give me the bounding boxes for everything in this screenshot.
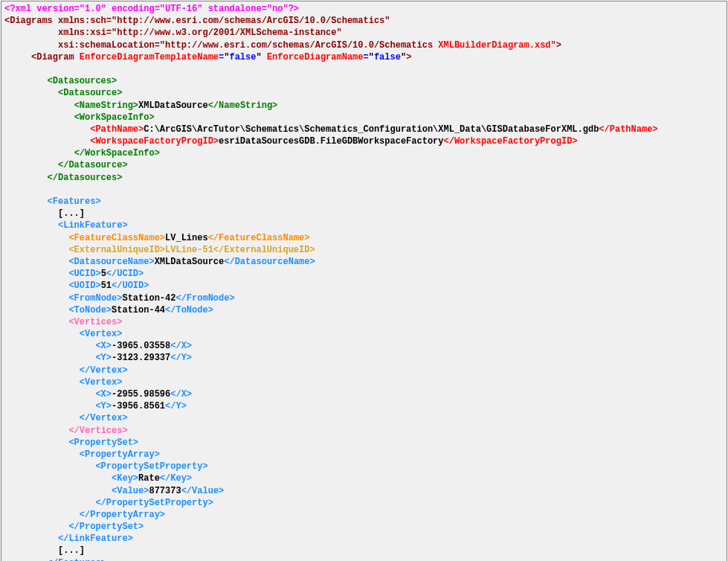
tonode-close: </ToNode> — [165, 305, 213, 315]
datasourcename-val: XMLDataSource — [155, 257, 225, 267]
pathname-close: </PathName> — [599, 124, 657, 135]
datasources-close: </Datasources> — [48, 173, 123, 183]
diagram-open-a: <Diagram — [31, 52, 80, 62]
namestring-val: XMLDataSource — [138, 100, 208, 111]
y2-close: </Y> — [165, 401, 187, 411]
diagrams-open: <Diagrams xmlns:sch="http://www.esri.com… — [4, 16, 390, 26]
false2: false — [374, 52, 401, 62]
ucid-val: 5 — [101, 269, 106, 279]
key-open: <Key> — [112, 473, 138, 484]
propertyarray-close: </PropertyArray> — [80, 510, 165, 520]
y2-open: <Y> — [95, 401, 112, 411]
x1-close: </X> — [170, 341, 192, 351]
close-angle1: > — [406, 52, 411, 62]
y1-val: -3123.29337 — [112, 353, 170, 363]
propertyset-open: <PropertySet> — [68, 437, 138, 448]
linkfeature-open: <LinkFeature> — [58, 220, 128, 231]
datasourcename-open: <DatasourceName> — [68, 257, 154, 267]
vertex2-close: </Vertex> — [80, 413, 128, 423]
diagrams-ns3a: xsi:schemaLocation="http://www.esri.com/… — [58, 40, 438, 51]
featureclass-val: LV_Lines — [165, 233, 208, 243]
diagrams-ns2: xmlns:xsi="http://www.w3.org/2001/XMLSch… — [58, 28, 342, 38]
uoid-open: <UOID> — [68, 280, 100, 291]
ucid-close: </UCID> — [106, 269, 144, 279]
x1-open: <X> — [95, 341, 112, 351]
ellipsis2: [...] — [58, 545, 85, 556]
fromnode-val: Station-42 — [122, 293, 175, 304]
x2-close: </X> — [170, 389, 192, 400]
externaluid: <ExternalUniqueID>LVLine-51</ExternalUni… — [68, 245, 315, 255]
q2: " — [256, 52, 261, 62]
featureclass-close: </FeatureClassName> — [208, 233, 310, 243]
namestring-open: <NameString> — [74, 100, 138, 111]
uoid-close: </UOID> — [112, 280, 149, 291]
key-val: Rate — [138, 473, 160, 484]
q3: " — [369, 52, 374, 62]
workspaceinfo-close: </WorkSpaceInfo> — [74, 148, 160, 158]
workspacefactory-open: <WorkspaceFactoryProgID> — [90, 136, 219, 147]
xml-declaration: <?xml version="1.0" encoding="UTF-16" st… — [4, 4, 299, 14]
datasource-open: <Datasource> — [58, 88, 122, 98]
key-close: </Key> — [160, 473, 192, 484]
value-open: <Value> — [112, 486, 149, 496]
datasourcename-close: </DatasourceName> — [224, 257, 315, 267]
vertex1-open: <Vertex> — [80, 329, 123, 339]
pathname-open: <PathName> — [90, 124, 144, 135]
datasources-open: <Datasources> — [48, 76, 117, 86]
value-close: </Value> — [181, 486, 225, 496]
y1-open: <Y> — [95, 353, 112, 363]
featureclass-open: <FeatureClassName> — [68, 233, 165, 243]
vertices-open: <Vertices> — [68, 317, 122, 327]
features-close: </Features> — [48, 558, 106, 561]
eq2: = — [364, 52, 369, 62]
diagrams-ns3b: XMLBuilderDiagram.xsd" — [438, 40, 555, 51]
propertysetproperty-close: </PropertySetProperty> — [95, 498, 213, 508]
propertyarray-open: <PropertyArray> — [80, 449, 160, 460]
workspacefactory-close: </WorkspaceFactoryProgID> — [444, 136, 578, 147]
features-open: <Features> — [48, 196, 101, 207]
datasource-close: </Datasource> — [58, 160, 128, 170]
tonode-open: <ToNode> — [68, 305, 112, 315]
workspacefactory-val: esriDataSourcesGDB.FileGDBWorkspaceFacto… — [219, 136, 443, 147]
vertices-close: </Vertices> — [68, 426, 127, 436]
fromnode-open: <FromNode> — [68, 293, 122, 304]
workspaceinfo-open: <WorkSpaceInfo> — [74, 112, 155, 123]
vertex1-close: </Vertex> — [80, 365, 128, 376]
vertex2-open: <Vertex> — [80, 377, 123, 388]
propertysetproperty-open: <PropertySetProperty> — [95, 461, 207, 472]
ucid-open: <UCID> — [68, 269, 100, 279]
y1-close: </Y> — [170, 353, 192, 363]
fromnode-close: </FromNode> — [175, 293, 234, 304]
uoid-val: 51 — [101, 280, 112, 291]
x1-val: -3965.03558 — [112, 341, 170, 351]
x2-val: -2955.98596 — [112, 389, 170, 400]
value-val: 877373 — [149, 486, 181, 496]
attr-enforce-tpl: EnforceDiagramTemplateName — [80, 52, 219, 62]
false1: false — [229, 52, 256, 62]
linkfeature-close: </LinkFeature> — [58, 533, 133, 544]
propertyset-close: </PropertySet> — [68, 522, 144, 532]
x2-open: <X> — [95, 389, 112, 400]
ellipsis1: [...] — [58, 208, 85, 219]
attr-enforce-name: EnforceDiagramName — [267, 52, 364, 62]
tonode-val: Station-44 — [112, 305, 165, 315]
y2-val: -3956.8561 — [112, 401, 165, 411]
namestring-close: </NameString> — [208, 100, 278, 111]
diagrams-close-angle: > — [556, 40, 561, 51]
xml-code-block: <?xml version="1.0" encoding="UTF-16" st… — [1, 1, 727, 561]
pathname-val: C:\ArcGIS\ArcTutor\Schematics\Schematics… — [144, 124, 599, 135]
